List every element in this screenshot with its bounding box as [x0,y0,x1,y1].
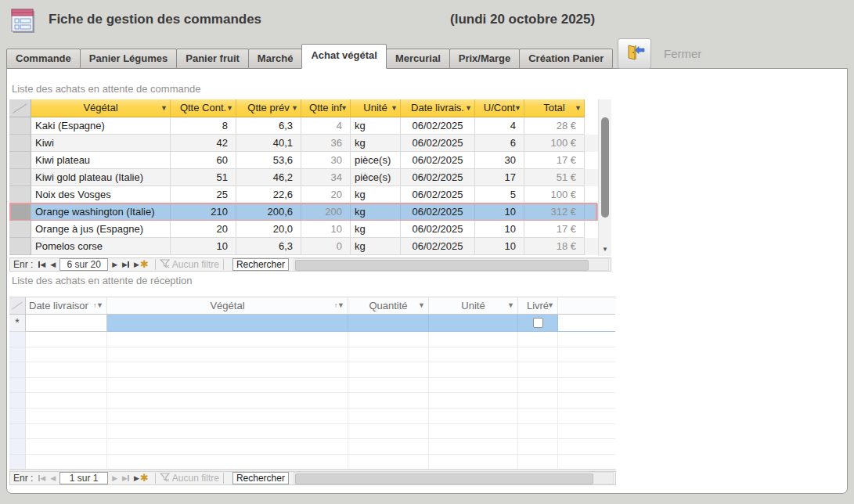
cell-total[interactable]: 17 € [524,221,585,238]
column-header-unite[interactable]: Unité▼ [429,297,518,315]
cell-total[interactable]: 28 € [524,117,585,135]
cell-qtte-inf[interactable]: 20 [301,186,351,203]
cell-date-livrais[interactable]: 06/02/2025 [401,203,475,221]
column-dropdown-icon[interactable]: ▼ [514,99,521,117]
cell-unite[interactable]: kg [351,135,401,152]
cell-unite[interactable]: kg [351,238,401,255]
cell-u-cont[interactable]: 5 [475,186,524,203]
new-record-button[interactable]: ▶✱ [132,261,151,268]
column-dropdown-icon[interactable]: ▼ [547,297,554,314]
cell-qtte-prev[interactable]: 6,3 [236,117,301,135]
cell-qtte-inf[interactable]: 30 [301,152,351,169]
cell-u-cont[interactable]: 30 [475,152,524,169]
column-header-u-cont[interactable]: U/Cont▼ [475,99,524,117]
cell-vegetal[interactable]: Noix des Vosges [31,186,171,203]
cell-qtte-inf[interactable]: 34 [301,169,351,186]
next-record-button[interactable]: ▶ [110,474,120,482]
cell-qtte-inf[interactable]: 0 [301,238,351,255]
close-button[interactable] [618,38,651,69]
cell-total[interactable]: 100 € [524,186,585,203]
cell-date-livrais[interactable]: 06/02/2025 [401,186,475,203]
select-all-corner[interactable] [9,297,26,315]
new-record-selector[interactable]: * [9,315,26,332]
cell-qtte-cont[interactable]: 210 [171,203,236,221]
table-row[interactable]: Kiwi plateau6053,630pièce(s)06/02/202530… [9,152,611,169]
column-header-qtte-prev[interactable]: Qtte prév▼ [236,99,301,117]
tab-commande[interactable]: Commande [6,49,81,69]
row-selector[interactable] [9,203,31,221]
cell-date-livrais[interactable]: 06/02/2025 [401,135,475,152]
cell-qtte-inf[interactable]: 200 [301,203,351,221]
select-all-corner[interactable] [9,99,31,117]
cell-qtte-prev[interactable]: 53,6 [236,152,301,169]
cell-u-cont[interactable]: 10 [475,203,524,221]
cell-u-cont[interactable]: 17 [475,169,524,186]
cell-vegetal[interactable] [107,315,348,332]
cell-qtte-cont[interactable]: 8 [171,117,236,135]
row-selector[interactable] [9,186,31,203]
previous-record-button[interactable]: ◀ [48,474,58,482]
column-dropdown-icon[interactable]: ▼ [341,99,348,117]
scrollbar-thumb[interactable] [295,260,589,271]
cell-vegetal[interactable]: Kiwi plateau [31,152,171,169]
row-selector[interactable] [9,169,31,186]
cell-unite[interactable]: kg [351,117,401,135]
cell-qtte-cont[interactable]: 42 [171,135,236,152]
column-dropdown-icon[interactable]: ▼ [226,99,233,117]
cell-qtte-prev[interactable]: 22,6 [236,186,301,203]
table-row[interactable]: Kiwi gold plateau (Italie)5146,234pièce(… [9,169,611,186]
row-selector[interactable] [9,221,31,238]
table-row[interactable]: Noix des Vosges2522,620kg06/02/20255100 … [9,186,611,203]
cell-qtte-prev[interactable]: 20,0 [236,221,301,238]
table-row[interactable]: Kiwi4240,136kg06/02/20256100 € [9,135,611,152]
search-input[interactable]: Rechercher [232,472,289,484]
column-header-qtte-cont[interactable]: Qtte Cont.▼ [171,99,236,117]
cell-date-livrais[interactable]: 06/02/2025 [401,238,475,255]
cell-total[interactable]: 51 € [524,169,585,186]
cell-date-livrais[interactable]: 06/02/2025 [401,117,475,135]
tab-panier-fruit[interactable]: Panier fruit [176,49,249,69]
last-record-button[interactable]: ▶ [120,261,132,268]
cell-qtte-prev[interactable]: 200,6 [236,203,301,221]
cell-qtte-cont[interactable]: 10 [171,238,236,255]
tab-prix-marge[interactable]: Prix/Marge [449,49,520,69]
cell-unite[interactable]: kg [351,221,401,238]
row-selector[interactable] [9,238,31,255]
cell-qtte-prev[interactable]: 46,2 [236,169,301,186]
table-row-selected[interactable]: Orange washington (Italie)210200,6200kg0… [9,203,611,221]
next-record-button[interactable]: ▶ [110,261,120,268]
cell-total[interactable]: 17 € [524,152,585,169]
tab-panier-l-gumes[interactable]: Panier Légumes [80,49,177,69]
cell-qtte-cont[interactable]: 20 [171,221,236,238]
scrollbar-thumb[interactable] [601,117,609,218]
column-header-vegetal[interactable]: Végétal▼ [31,99,171,117]
sort-dropdown-icon[interactable]: ↑▼ [334,297,344,314]
cell-unite[interactable]: kg [351,186,401,203]
record-position-box[interactable]: 6 sur 20 [59,258,108,271]
column-header-total[interactable]: Total▼ [524,99,585,117]
column-header-quantite[interactable]: Quantité▼ [348,297,429,315]
tab-cr-ation-panier[interactable]: Création Panier [519,49,613,69]
tab-mercurial[interactable]: Mercurial [386,49,450,69]
search-input[interactable]: Rechercher [232,258,289,271]
cell-vegetal[interactable]: Orange à jus (Espagne) [31,221,171,238]
orders-horizontal-scrollbar[interactable] [294,258,609,271]
column-header-unite[interactable]: Unité▼ [351,99,401,117]
tab-march-[interactable]: Marché [248,49,303,69]
column-header-qtte-inf[interactable]: Qtte inf▼ [301,99,351,117]
cell-date-livrais[interactable]: 06/02/2025 [401,169,475,186]
cell-quantite[interactable] [348,315,429,332]
column-dropdown-icon[interactable]: ▼ [391,99,398,117]
cell-unite[interactable] [429,315,518,332]
table-row[interactable]: Kaki (Espagne)86,34kg06/02/2025428 € [9,117,611,135]
column-dropdown-icon[interactable]: ▼ [291,99,298,117]
livre-checkbox[interactable] [533,318,543,328]
cell-total[interactable]: 18 € [524,238,585,255]
table-row[interactable]: Pomelos corse106,30kg06/02/20251018 € [9,238,611,255]
table-row[interactable]: Orange à jus (Espagne)2020,010kg06/02/20… [9,221,611,238]
column-dropdown-icon[interactable]: ▼ [160,99,168,117]
cell-qtte-inf[interactable]: 10 [301,221,351,238]
scrollbar-down-arrow[interactable]: ▼ [599,243,611,256]
cell-qtte-inf[interactable]: 4 [301,117,351,135]
cell-unite[interactable]: pièce(s) [351,152,401,169]
